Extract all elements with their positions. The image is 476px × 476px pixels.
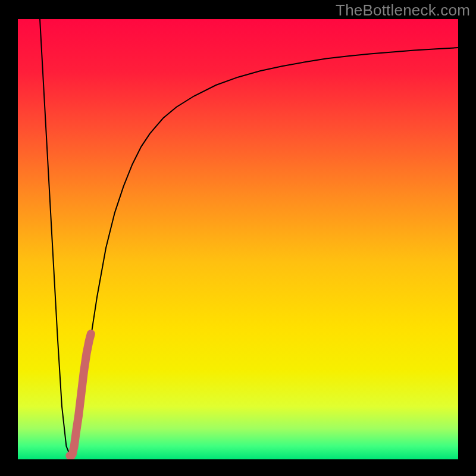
watermark-text: TheBottleneck.com [336,1,470,20]
chart-stage: TheBottleneck.com [0,0,476,476]
bottleneck-chart [0,0,476,476]
